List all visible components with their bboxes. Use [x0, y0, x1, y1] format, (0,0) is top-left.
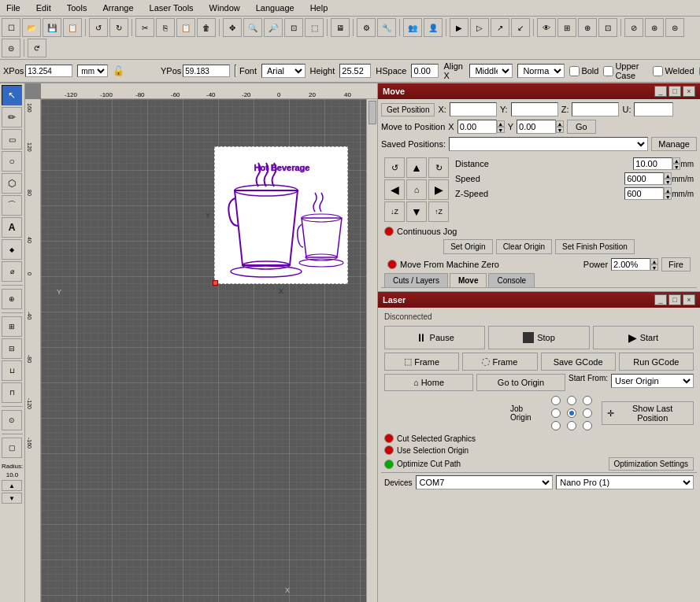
move-restore-btn[interactable]: □ [669, 86, 681, 97]
frame2-btn[interactable]: Frame [462, 353, 537, 371]
unit-select[interactable]: mm in [77, 65, 108, 77]
menu-arrange[interactable]: Arrange [99, 2, 136, 14]
x-spin-up[interactable]: ▲ [497, 120, 505, 127]
tb-monitor[interactable]: 🖥 [331, 18, 350, 37]
tool-bezier[interactable]: ⌒ [2, 195, 22, 216]
laser-restore-btn[interactable]: □ [669, 294, 681, 305]
tb-laser4[interactable]: ↙ [511, 18, 530, 37]
tb-extra2[interactable]: ⊛ [645, 18, 664, 37]
tb-laser3[interactable]: ↗ [491, 18, 509, 37]
tool-text[interactable]: A [2, 217, 22, 238]
tb-users[interactable]: 👥 [403, 18, 422, 37]
tb-laser2[interactable]: ▷ [470, 18, 489, 37]
tb-eye[interactable]: 👁 [537, 18, 556, 37]
jog-ccw[interactable]: ↺ [384, 157, 405, 178]
menu-laser-tools[interactable]: Laser Tools [146, 2, 197, 14]
hspace-input[interactable] [411, 64, 439, 78]
tab-cuts-layers[interactable]: Cuts / Layers [384, 273, 448, 287]
home-btn[interactable]: ⌂ Home [384, 374, 473, 391]
tb-open[interactable]: 📂 [22, 18, 41, 37]
tb-snap2[interactable]: ⊕ [578, 18, 597, 37]
stop-btn[interactable]: Stop [488, 326, 589, 349]
move-minimize-btn[interactable]: _ [654, 86, 667, 97]
tool-bool2[interactable]: ⊓ [2, 382, 22, 403]
radius-down[interactable]: ▼ [2, 493, 22, 504]
tb-paste[interactable]: 📋 [176, 18, 195, 37]
tool-polygon[interactable]: ⬡ [2, 173, 22, 194]
zspeed-input[interactable] [624, 187, 664, 200]
tool-ungroup[interactable]: ⊟ [2, 338, 22, 359]
saved-select[interactable] [449, 137, 648, 151]
lock-icon[interactable]: 🔓 [113, 65, 124, 76]
set-finish-btn[interactable]: Set Finish Position [555, 239, 635, 254]
radius-up[interactable]: ▲ [2, 480, 22, 491]
use-selection-led[interactable] [384, 445, 394, 455]
laser-minimize-btn[interactable]: _ [654, 294, 667, 305]
jog-left[interactable]: ◀ [384, 179, 405, 200]
tool-pen[interactable]: ✏ [2, 107, 22, 127]
speed-down[interactable]: ▼ [664, 179, 672, 185]
origin-tc[interactable] [567, 396, 576, 405]
style-select[interactable]: Normal [517, 64, 565, 78]
zspeed-down[interactable]: ▼ [664, 194, 672, 200]
speed-input[interactable] [624, 172, 664, 185]
origin-tr[interactable] [583, 396, 592, 405]
power-down[interactable]: ▼ [650, 264, 658, 271]
tb-extra1[interactable]: ⊘ [624, 18, 643, 37]
distance-input[interactable] [633, 157, 672, 170]
tb-save2[interactable]: 📋 [63, 18, 82, 37]
bold-check[interactable] [569, 66, 580, 76]
zspeed-up[interactable]: ▲ [664, 187, 672, 194]
tool-offset[interactable]: ⊙ [2, 410, 22, 430]
jog-z-down[interactable]: ↓Z [384, 201, 405, 222]
jog-home[interactable]: ⌂ [406, 179, 427, 200]
tb-align[interactable]: ⊡ [598, 18, 617, 37]
tool-select[interactable]: ↖ [2, 85, 22, 105]
manage-btn[interactable]: Manage [651, 137, 697, 151]
origin-mr[interactable] [583, 408, 592, 418]
origin-mc[interactable] [567, 408, 576, 418]
tb-select-all[interactable]: ⬚ [305, 18, 324, 37]
menu-language[interactable]: Language [253, 2, 298, 14]
tool-rect[interactable]: ▭ [2, 129, 22, 150]
origin-br[interactable] [583, 421, 592, 430]
origin-tl[interactable] [551, 396, 561, 405]
x-move-input[interactable] [457, 120, 497, 134]
goto-origin-btn[interactable]: Go to Origin [476, 374, 565, 391]
y-coord-display[interactable] [511, 102, 558, 116]
tool-snap[interactable]: ⊕ [2, 289, 22, 309]
tb-redo[interactable]: ↻ [109, 18, 128, 37]
clear-origin-btn[interactable]: Clear Origin [496, 239, 552, 254]
u-coord-display[interactable] [634, 102, 673, 116]
tab-move[interactable]: Move [450, 273, 487, 287]
ypos-input[interactable] [183, 65, 230, 77]
x-coord-display[interactable] [450, 102, 497, 116]
tb-new[interactable]: ☐ [2, 18, 20, 37]
move-from-led[interactable] [387, 260, 397, 269]
go-btn[interactable]: Go [567, 120, 596, 134]
start-from-select[interactable]: User Origin [611, 374, 694, 388]
laser-close-btn[interactable]: × [683, 294, 695, 305]
tb-zoom-in[interactable]: 🔍 [243, 18, 262, 37]
save-gcode-btn[interactable]: Save GCode [541, 353, 616, 371]
set-origin-btn[interactable]: Set Origin [443, 239, 492, 254]
tb-user[interactable]: 👤 [424, 18, 443, 37]
tb-extra3[interactable]: ⊜ [665, 18, 684, 37]
jog-z-up[interactable]: ↑Z [428, 201, 449, 222]
show-last-pos-btn[interactable]: ✛ Show Last Position [602, 401, 694, 425]
tb-rotate[interactable]: ↻ [28, 39, 46, 57]
start-btn[interactable]: ▶ Start [593, 326, 694, 349]
tb-extra4[interactable]: ⊝ [2, 39, 20, 57]
tb-delete[interactable]: 🗑 [197, 18, 216, 37]
jog-down[interactable]: ▼ [406, 201, 427, 222]
align-x-select[interactable]: Middle [469, 64, 513, 78]
nano-select[interactable]: Nano Pro (1) [556, 475, 694, 489]
pause-btn[interactable]: ⏸ Pause [384, 326, 485, 349]
dist-down[interactable]: ▼ [672, 164, 680, 170]
tab-console[interactable]: Console [488, 273, 535, 287]
scrollbar-vertical[interactable] [366, 99, 377, 602]
cut-selected-led[interactable] [384, 434, 394, 443]
z-coord-display[interactable] [572, 102, 619, 116]
tb-copy[interactable]: ⎘ [156, 18, 175, 37]
menu-file[interactable]: File [3, 2, 24, 14]
